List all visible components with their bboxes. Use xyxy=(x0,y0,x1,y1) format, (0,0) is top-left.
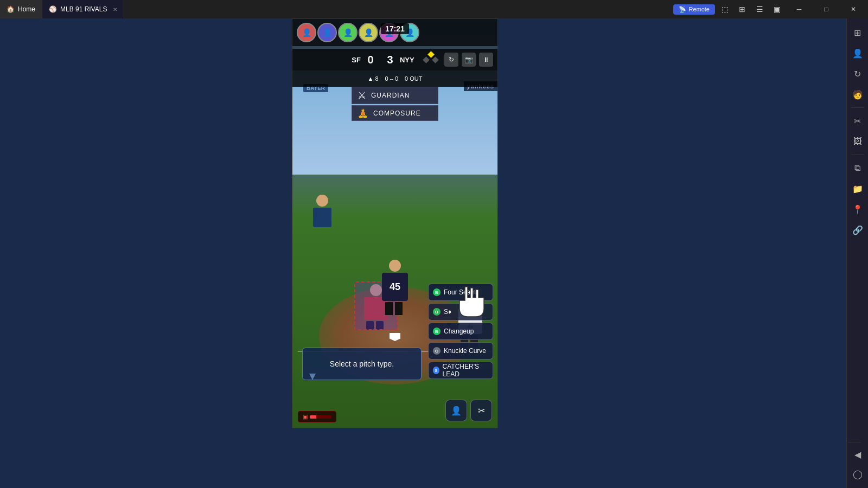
bottom-actions: 👤 ✂ xyxy=(445,400,492,421)
game-timer: 17:21 xyxy=(381,23,409,34)
changeup-indicator: B xyxy=(433,328,441,335)
guardian-icon: ⚔ xyxy=(358,89,367,101)
sidebar-icon-pin[interactable]: 📍 xyxy=(848,200,867,219)
sidebar-bottom: ◀ ◯ xyxy=(848,440,867,484)
pitcher-legs xyxy=(385,302,405,315)
changeup-label: Changeup xyxy=(444,328,474,335)
game-tab[interactable]: ⚾ MLB 91 RIVALS ✕ xyxy=(42,0,124,18)
catchers-lead-btn[interactable]: S CATCHER'S LEAD xyxy=(428,362,493,379)
strategy-btn[interactable]: ✂ xyxy=(470,400,492,421)
score-bar xyxy=(310,415,331,419)
pitcher-body: 45 xyxy=(373,260,417,319)
bases-indicator xyxy=(423,52,438,67)
player-avatar-4: 👤 xyxy=(359,23,378,42)
pitcher-number: 45 xyxy=(390,281,400,293)
left-background xyxy=(0,18,292,428)
fielder-body xyxy=(309,195,336,233)
knuckle-curve-indicator: C xyxy=(433,347,441,355)
menu-icon-btn[interactable]: ☰ xyxy=(752,2,767,17)
sinker-indicator: B xyxy=(433,308,441,316)
away-team-name: SF xyxy=(352,56,361,64)
player-avatar-3: 👤 xyxy=(338,23,358,42)
mini-score-card: ▣ xyxy=(298,411,336,422)
sidebar-icon-circle[interactable]: ◯ xyxy=(848,464,867,484)
inning-score: 0 – 0 xyxy=(385,75,398,82)
sidebar-icon-folder[interactable]: 📁 xyxy=(848,179,867,198)
knuckle-curve-btn[interactable]: C Knuckle Curve xyxy=(428,342,493,359)
player-avatar-2: 👤 xyxy=(317,23,337,42)
maximize-button[interactable]: □ xyxy=(814,0,839,18)
score-fill xyxy=(310,415,316,419)
game-area: yankees BAYER 17:21 👤 👤 👤 👤 👤 👤 SF 0 3 N… xyxy=(292,18,498,428)
guardian-box: ⚔ GUARDIAN xyxy=(352,87,438,104)
pitcher-figure: 45 xyxy=(373,260,417,319)
sidebar-toggle-btn[interactable]: ▣ xyxy=(769,2,784,17)
changeup-btn[interactable]: B Changeup xyxy=(428,323,493,340)
catchers-lead-indicator: S xyxy=(433,367,439,374)
remote-icon: 📡 xyxy=(679,6,686,13)
score-row: SF 0 3 NYY ↻ 📷 ⏸ xyxy=(292,49,497,70)
player-strip: 17:21 👤 👤 👤 👤 👤 👤 xyxy=(292,19,497,46)
refresh-btn[interactable]: ↻ xyxy=(444,53,458,67)
player-avatar-1: 👤 xyxy=(297,23,316,42)
home-team-name: NYY xyxy=(400,56,414,64)
pitcher-leg-r xyxy=(395,302,403,315)
sinker-label: S♦ xyxy=(444,308,451,316)
base-left xyxy=(423,56,430,63)
player-action-btn[interactable]: 👤 xyxy=(445,400,467,421)
game-tab-icon: ⚾ xyxy=(49,5,57,13)
pause-btn[interactable]: ⏸ xyxy=(479,53,493,67)
remote-label: Remote xyxy=(688,6,710,12)
pitcher-head xyxy=(389,260,401,272)
four-seam-btn[interactable]: B Four Seam xyxy=(428,284,493,301)
scoreboard-area: 17:21 👤 👤 👤 👤 👤 👤 SF 0 3 NYY xyxy=(292,19,497,87)
speech-arrow xyxy=(309,374,316,380)
screenshot-icon-btn[interactable]: ⬚ xyxy=(717,2,732,17)
four-seam-label: Four Seam xyxy=(444,288,476,296)
pitcher-jersey: 45 xyxy=(382,273,408,301)
inning-info: ▲ 8 xyxy=(368,75,379,82)
bottom-strip xyxy=(0,428,868,488)
titlebar: 🏠 Home ⚾ MLB 91 RIVALS ✕ 📡 Remote ⬚ ⊞ ☰ … xyxy=(0,0,868,18)
minimize-button[interactable]: ─ xyxy=(787,0,812,18)
sidebar-icon-grid[interactable]: ⊞ xyxy=(848,23,867,42)
camera-btn[interactable]: 📷 xyxy=(462,53,476,67)
remote-button[interactable]: 📡 Remote xyxy=(673,4,715,15)
sidebar-icon-person[interactable]: 👤 xyxy=(848,43,867,63)
sidebar-sep-3 xyxy=(848,442,861,442)
sidebar-icon-layers[interactable]: ⧉ xyxy=(848,158,867,178)
sidebar-icon-image[interactable]: 🖼 xyxy=(848,132,867,151)
close-tab-icon[interactable]: ✕ xyxy=(113,7,117,12)
sidebar-icon-refresh[interactable]: ↻ xyxy=(848,64,867,84)
sidebar-icon-link[interactable]: 🔗 xyxy=(848,220,867,240)
sidebar-sep-1 xyxy=(851,107,864,108)
catchers-lead-label: CATCHER'S LEAD xyxy=(443,363,488,378)
sidebar-sep-2 xyxy=(851,155,864,155)
home-tab-label: Home xyxy=(18,5,35,13)
player-info-boxes: ⚔ GUARDIAN 🧘 COMPOSURE xyxy=(352,87,438,122)
composure-label: COMPOSURE xyxy=(373,110,421,117)
score-controls: ↻ 📷 ⏸ xyxy=(444,53,493,67)
base-right xyxy=(432,56,439,63)
knuckle-curve-label: Knuckle Curve xyxy=(444,347,486,355)
extensions-icon-btn[interactable]: ⊞ xyxy=(735,2,750,17)
guardian-label: GUARDIAN xyxy=(371,92,410,99)
sidebar-icon-arrow[interactable]: ◀ xyxy=(848,445,867,464)
titlebar-controls: 📡 Remote ⬚ ⊞ ☰ ▣ ─ □ ✕ xyxy=(673,0,868,18)
sidebar-icon-person2[interactable]: 🧑 xyxy=(848,85,867,104)
home-tab[interactable]: 🏠 Home xyxy=(0,0,42,18)
score-icon: ▣ xyxy=(303,414,308,420)
inning-row: ▲ 8 0 – 0 0 OUT xyxy=(292,70,497,87)
sidebar-icon-scissors[interactable]: ✂ xyxy=(848,111,867,131)
composure-box: 🧘 COMPOSURE xyxy=(352,105,438,121)
sinker-btn[interactable]: B S♦ xyxy=(428,303,493,320)
out-count: 0 OUT xyxy=(405,75,422,82)
four-seam-indicator: B xyxy=(433,288,441,296)
titlebar-tabs: 🏠 Home ⚾ MLB 91 RIVALS ✕ xyxy=(0,0,124,18)
right-background xyxy=(498,18,846,428)
away-score: 0 xyxy=(365,54,376,66)
close-window-button[interactable]: ✕ xyxy=(841,0,866,18)
select-pitch-text: Select a pitch type. xyxy=(330,359,394,368)
fielder-head xyxy=(316,195,328,207)
home-score: 3 xyxy=(385,54,395,66)
